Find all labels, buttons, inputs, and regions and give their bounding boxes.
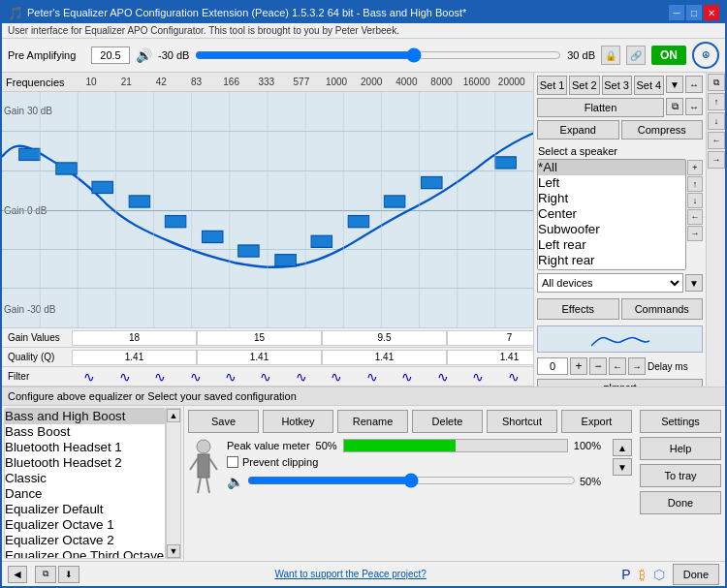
filter-cell-9[interactable]: ∿ xyxy=(358,369,387,385)
effects-button[interactable]: Effects xyxy=(537,298,619,320)
delete-button[interactable]: Delete xyxy=(412,410,483,433)
preset-eq-1-3oct[interactable]: Equalizer One Third Octave xyxy=(5,548,165,559)
arrow-left-right-button[interactable]: ↔ xyxy=(685,76,703,93)
quality-cell-2[interactable] xyxy=(197,350,322,365)
preset-scroll-down[interactable]: ▼ xyxy=(167,544,180,558)
filter-cell-10[interactable]: ∿ xyxy=(393,369,422,385)
speaker-listbox[interactable]: *All Left Right Center Subwoofer Left re… xyxy=(537,159,686,270)
speaker-move-down-button[interactable]: ↓ xyxy=(687,193,703,208)
preset-listbox[interactable]: Bass and High Boost Bass Boost Bluetooth… xyxy=(4,408,166,559)
far-right-btn-3[interactable]: ↓ xyxy=(708,112,725,130)
filter-cell-7[interactable]: ∿ xyxy=(287,369,316,385)
settings-button[interactable]: Settings xyxy=(640,410,721,433)
minimize-button[interactable]: ─ xyxy=(669,5,684,20)
filter-cell-6[interactable]: ∿ xyxy=(251,369,280,385)
bitcoin-icon[interactable]: ₿ xyxy=(639,567,646,582)
prevent-clipping-checkbox[interactable] xyxy=(227,456,238,468)
paste-button[interactable]: ↔ xyxy=(685,98,703,115)
footer-back-button[interactable]: ◄ xyxy=(8,566,27,583)
preset-eq-oct2[interactable]: Equalizer Octave 2 xyxy=(5,533,165,548)
gain-cell-2[interactable] xyxy=(197,330,322,346)
filter-cell-4[interactable]: ∿ xyxy=(181,369,210,385)
shortcut-button[interactable]: Shortcut xyxy=(487,410,557,433)
gain-cell-1[interactable] xyxy=(72,330,197,346)
preset-bt-hs2[interactable]: Bluetooth Headset 2 xyxy=(5,455,165,471)
import-button[interactable]: =Import xyxy=(537,379,703,387)
preamp-link-button[interactable]: 🔗 xyxy=(626,46,646,65)
gain-minus-button[interactable]: − xyxy=(589,357,607,375)
speaker-left-rear[interactable]: Left rear xyxy=(538,237,685,253)
speaker-right[interactable]: Right xyxy=(538,191,685,206)
export-button[interactable]: Export xyxy=(561,410,632,433)
speaker-left[interactable]: Left xyxy=(538,175,685,191)
speaker-add-button[interactable]: + xyxy=(687,160,703,175)
done-button[interactable]: Done xyxy=(640,491,721,514)
nav-down-button[interactable]: ▼ xyxy=(613,458,632,476)
preset-eq-oct1[interactable]: Equalizer Octave 1 xyxy=(5,517,165,533)
filter-cell-1[interactable]: ∿ xyxy=(75,369,104,385)
preamp-value-input[interactable] xyxy=(91,46,130,64)
hotkey-button[interactable]: Hotkey xyxy=(263,410,333,433)
preset-bass-boost[interactable]: Bass Boost xyxy=(5,424,165,440)
preset-bass-high[interactable]: Bass and High Boost xyxy=(5,409,165,424)
preamp-slider[interactable] xyxy=(195,46,561,64)
gain-cell-3[interactable] xyxy=(322,330,447,346)
far-right-btn-2[interactable]: ↑ xyxy=(708,93,725,110)
nav-up-button[interactable]: ▲ xyxy=(613,439,632,456)
speaker-all[interactable]: *All xyxy=(538,160,685,175)
preset-eq-default[interactable]: Equalizer Default xyxy=(5,502,165,517)
preset-bt-hs1[interactable]: Bluetooth Headset 1 xyxy=(5,440,165,455)
filter-cell-13[interactable]: ∿ xyxy=(499,369,528,385)
preset-classic[interactable]: Classic xyxy=(5,471,165,486)
gain-arrow-right-button[interactable]: → xyxy=(628,357,646,375)
filter-cell-3[interactable]: ∿ xyxy=(145,369,174,385)
compress-button[interactable]: Compress xyxy=(621,120,704,139)
arrow-down-button[interactable]: ▼ xyxy=(666,76,683,93)
speaker-right-arrow-button[interactable]: → xyxy=(687,226,703,241)
expand-button[interactable]: Expand xyxy=(537,120,619,139)
copy-button[interactable]: ⧉ xyxy=(666,98,683,115)
set4-button[interactable]: Set 4 xyxy=(634,76,664,95)
to-tray-button[interactable]: To tray xyxy=(640,464,721,487)
footer-done-button[interactable]: Done xyxy=(673,564,719,585)
preset-scroll-up[interactable]: ▲ xyxy=(167,409,180,422)
filter-cell-11[interactable]: ∿ xyxy=(428,369,458,385)
gain-arrow-left-button[interactable]: ← xyxy=(609,357,626,375)
paypal-icon[interactable]: P xyxy=(621,567,630,582)
far-right-btn-4[interactable]: ← xyxy=(708,132,725,149)
filter-cell-12[interactable]: ∿ xyxy=(463,369,492,385)
set2-button[interactable]: Set 2 xyxy=(569,76,599,95)
set1-button[interactable]: Set 1 xyxy=(537,76,567,95)
far-right-btn-5[interactable]: → xyxy=(708,151,725,169)
filter-cell-5[interactable]: ∿ xyxy=(216,369,245,385)
commands-button[interactable]: Commands xyxy=(621,298,704,320)
maximize-button[interactable]: □ xyxy=(686,5,702,20)
help-button[interactable]: Help xyxy=(640,437,721,460)
quality-cell-3[interactable] xyxy=(322,350,447,365)
close-button[interactable]: ✕ xyxy=(704,5,719,20)
save-button[interactable]: Save xyxy=(188,410,259,433)
speaker-center[interactable]: Center xyxy=(538,206,685,222)
eth-icon[interactable]: ⬡ xyxy=(653,567,665,582)
speaker-move-up-button[interactable]: ↑ xyxy=(687,176,703,192)
rename-button[interactable]: Rename xyxy=(337,410,408,433)
on-off-button[interactable]: ON xyxy=(651,46,686,65)
speaker-left-arrow-button[interactable]: ← xyxy=(687,209,703,225)
preamp-lock-button[interactable]: 🔒 xyxy=(601,46,620,65)
filter-cell-2[interactable]: ∿ xyxy=(111,369,140,385)
quality-cell-1[interactable] xyxy=(72,350,197,365)
gain-plus-button[interactable]: + xyxy=(570,357,587,375)
set3-button[interactable]: Set 3 xyxy=(602,76,632,95)
speaker-right-rear[interactable]: Right rear xyxy=(538,253,685,268)
devices-chevron-down-button[interactable]: ▼ xyxy=(685,274,703,292)
footer-paste-icon[interactable]: ⬇ xyxy=(58,566,79,583)
speaker-sub[interactable]: Subwoofer xyxy=(538,222,685,237)
preset-dance[interactable]: Dance xyxy=(5,486,165,502)
filter-cell-8[interactable]: ∿ xyxy=(322,369,351,385)
eq-graph[interactable]: Gain 30 dB Gain 0 dB Gain -30 dB xyxy=(2,92,533,328)
support-link[interactable]: Want to support the Peace project? xyxy=(87,569,614,579)
far-right-btn-1[interactable]: ⧉ xyxy=(708,74,725,91)
flatten-button[interactable]: Flatten xyxy=(537,98,664,117)
volume-slider[interactable] xyxy=(247,472,576,489)
gain-value-input[interactable] xyxy=(537,357,568,375)
